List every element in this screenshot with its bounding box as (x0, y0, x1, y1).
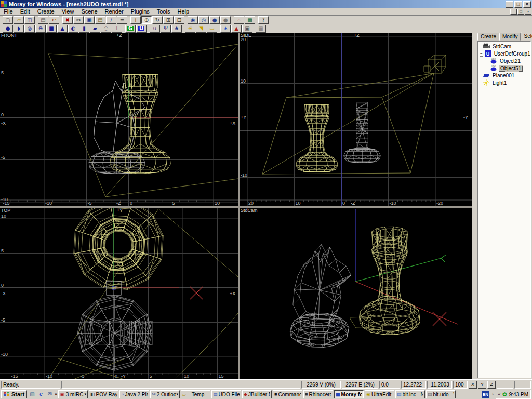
tab-create[interactable]: Create (477, 33, 499, 41)
quicklaunch-desktop-icon[interactable]: ▧ (29, 391, 36, 398)
taskbar-task-console[interactable]: ■Command P... (273, 390, 302, 398)
color-triangle-button[interactable]: ▲ (231, 25, 242, 33)
minimize-button[interactable]: _ (506, 1, 513, 8)
viewport-top[interactable]: -15-10-50510151050-5-10TOP+Y-Y-X+X (0, 208, 238, 379)
taskbar-task-moray[interactable]: ▦Moray for ... (334, 390, 364, 398)
tree-item-label[interactable]: Object21 (499, 58, 522, 64)
menu-edit[interactable]: Edit (17, 8, 34, 15)
tab-modify[interactable]: Modify (499, 33, 521, 41)
icq-flower-icon[interactable]: ✿ (502, 391, 507, 398)
restore-button[interactable]: □ (514, 1, 522, 8)
layout-quad-button[interactable]: ⊞ (163, 16, 174, 24)
side-view-canvas[interactable]: 20100-10-202010-10SIDE+Z-Z+Y-Y (240, 33, 472, 206)
hemisphere-button[interactable]: ◗ (14, 25, 24, 33)
area-light-button[interactable]: ▭ (207, 25, 217, 33)
quicklaunch-outlook-icon[interactable]: ✉ (46, 391, 54, 398)
top-view-canvas[interactable]: -15-10-50510151050-5-10TOP+Y-Y-X+X (0, 208, 238, 379)
cone-button[interactable]: ▲ (57, 25, 68, 33)
axis-toggle-z[interactable]: Z (487, 381, 496, 389)
menu-scene[interactable]: Scene (77, 8, 101, 15)
viewport-side[interactable]: 20100-10-202010-10SIDE+Z-Z+Y-Y (240, 33, 472, 206)
render-active-button[interactable]: ◉ (188, 16, 198, 24)
disc-button[interactable]: ⊖ (35, 25, 46, 33)
tree-item-userdefgroup1[interactable]: −UUserDefGroup1 (478, 50, 530, 57)
mdi-close-button[interactable]: × (525, 9, 531, 15)
plugin-star-button[interactable]: ∗ (220, 25, 231, 33)
marker-button[interactable]: ∕ (106, 16, 116, 24)
menu-plugins[interactable]: Plugins (127, 8, 153, 15)
menu-render[interactable]: Render (101, 8, 127, 15)
title-bar[interactable]: Moray for Windows - [mesh2UDO test.mdl *… (0, 0, 532, 8)
tree-item-label[interactable]: StdCam (491, 44, 512, 49)
copy-button[interactable]: ▣ (84, 16, 95, 24)
text-button[interactable]: T (112, 25, 122, 33)
taskbar-task-doc[interactable]: ▤UDO File Fo... (211, 390, 241, 398)
tree-item-label[interactable]: Object51 (499, 65, 523, 72)
tree-item-object51[interactable]: UDOObject51 (478, 64, 530, 72)
taskbar-task-povray[interactable]: ◧POV-Ray fo... (89, 390, 118, 398)
spot-light-button[interactable]: ◥ (196, 25, 206, 33)
taskbar-task-write[interactable]: ▤bit.udo - W... (426, 390, 456, 398)
torus-button[interactable]: ◎ (24, 25, 35, 33)
udo-export-button[interactable]: ▣ (242, 25, 252, 33)
menu-tools[interactable]: Tools (153, 8, 174, 15)
tree-item-label[interactable]: Plane001 (491, 73, 515, 78)
layout-dual-button[interactable]: ⊟ (174, 16, 184, 24)
render-camera-button[interactable]: ● (209, 16, 220, 24)
volume-icon[interactable]: ◔ (491, 392, 494, 397)
render-cam-button[interactable]: ▦ (256, 25, 266, 33)
print-button[interactable]: ▤ (38, 16, 48, 24)
bones-button[interactable]: Ψ (161, 25, 171, 33)
task-dropdown-icon[interactable]: ▾ (85, 392, 87, 396)
undo-button[interactable]: ↩ (49, 16, 59, 24)
taskbar-task-ultraedit[interactable]: ◉UltraEdit-32 (365, 390, 394, 398)
taskbar-task-mirc[interactable]: ▣3 mIRC▾ (58, 390, 88, 398)
save-button[interactable]: ◫ (24, 16, 35, 24)
axis-toggle-y[interactable]: Y (478, 381, 486, 389)
sphere-button[interactable]: ● (3, 25, 13, 33)
mdi-minimize-button[interactable]: _ (510, 9, 517, 15)
taskbar-task-java[interactable]: ◔Java 2 Platf... (119, 390, 149, 398)
mdi-restore-button[interactable]: □ (517, 9, 524, 15)
taskbar-task-rhino[interactable]: ■Rhinoceros ... (303, 390, 333, 398)
new-button[interactable]: ▢ (3, 16, 13, 24)
taskbar-task-jbuilder[interactable]: ◆JBuilder 5 - ... (242, 390, 272, 398)
udo-button[interactable]: U (136, 25, 147, 33)
geosphere-button[interactable]: ◐ (68, 25, 78, 33)
pan-button[interactable]: + (130, 16, 141, 24)
tree-button[interactable]: ♠ (171, 25, 182, 33)
color-map-button[interactable]: ∴ (234, 16, 244, 24)
tree-expander-icon[interactable]: − (480, 51, 483, 57)
tree-item-stdcam[interactable]: StdCam (478, 43, 530, 50)
tab-select[interactable]: Select (521, 32, 532, 41)
taskbar-task-notepad[interactable]: ▤bit.inc - Not... (395, 390, 425, 398)
open-button[interactable]: ▱ (14, 16, 24, 24)
start-button[interactable]: Start (1, 390, 27, 398)
move-button[interactable]: ⊕ (141, 16, 152, 24)
render-view-button[interactable]: ◎ (198, 16, 209, 24)
axis-toggle-x[interactable]: X (469, 381, 477, 389)
edges-button[interactable]: ≡ (117, 16, 127, 24)
taskbar-task-folder[interactable]: ▱Temp (181, 390, 210, 398)
point-light-button[interactable]: ☀ (185, 25, 195, 33)
menu-create[interactable]: Create (34, 8, 58, 15)
tree-item-light1[interactable]: Light1 (478, 79, 530, 86)
stdcam-view-canvas[interactable]: StdCam (240, 208, 472, 379)
blob-button[interactable]: ◌ (101, 25, 111, 33)
help-button[interactable]: ? (258, 16, 269, 24)
box-button[interactable]: ■ (46, 25, 57, 33)
menu-help[interactable]: Help (174, 8, 193, 15)
bezier-button[interactable]: ▰ (90, 25, 100, 33)
tree-item-plane001[interactable]: Plane001 (478, 72, 530, 79)
cylinder-button[interactable]: ▮ (79, 25, 89, 33)
tree-item-label[interactable]: UserDefGroup1 (493, 51, 531, 57)
csg-button[interactable]: ∪ (150, 25, 160, 33)
paste-button[interactable]: ▤ (95, 16, 105, 24)
front-view-canvas[interactable]: -15-10-5051050-5-10FRONT+Z-Z-X+X (0, 33, 238, 206)
delete-button[interactable]: ✖ (62, 16, 73, 24)
task-dropdown-icon[interactable]: ▾ (177, 392, 179, 396)
tree-item-object21[interactable]: UDOObject21 (478, 57, 530, 64)
cut-button[interactable]: ✂ (73, 16, 84, 24)
menu-file[interactable]: File (0, 8, 17, 15)
menu-view[interactable]: View (58, 8, 78, 15)
